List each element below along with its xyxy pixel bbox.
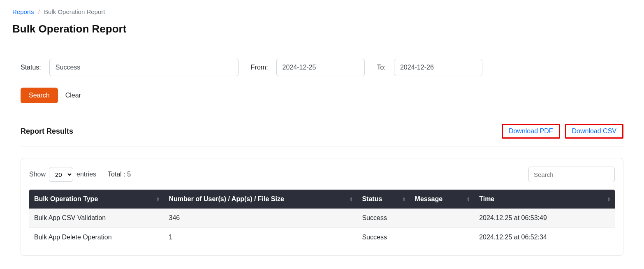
search-button[interactable]: Search xyxy=(21,88,58,103)
sort-icon: ▲▼ xyxy=(607,197,611,202)
table-card: Show 20 entries Total : 5 Bulk Operation… xyxy=(21,158,623,256)
col-status[interactable]: Status ▲▼ xyxy=(357,190,410,209)
to-date-input[interactable] xyxy=(394,59,482,76)
clear-button[interactable]: Clear xyxy=(65,92,81,99)
page-title: Bulk Operation Report xyxy=(12,23,632,35)
table-controls: Show 20 entries Total : 5 xyxy=(29,167,615,182)
filter-buttons: Search Clear xyxy=(12,88,632,103)
left-controls: Show 20 entries Total : 5 xyxy=(29,167,131,182)
show-entries: Show 20 entries xyxy=(29,167,96,182)
entries-select[interactable]: 20 xyxy=(49,167,73,182)
status-filter: Status: xyxy=(21,59,239,76)
col-operation-type[interactable]: Bulk Operation Type ▲▼ xyxy=(29,190,164,209)
results-divider xyxy=(21,146,623,146)
from-date-input[interactable] xyxy=(276,59,365,76)
breadcrumb-current: Bulk Operation Report xyxy=(44,8,105,15)
results-title: Report Results xyxy=(21,127,73,136)
filter-row: Status: From: To: xyxy=(12,59,632,76)
sort-icon: ▲▼ xyxy=(402,197,406,202)
sort-icon: ▲▼ xyxy=(466,197,470,202)
cell-time: 2024.12.25 at 06:52:34 xyxy=(474,228,615,247)
col-time[interactable]: Time ▲▼ xyxy=(474,190,615,209)
results-header: Report Results Download PDF Download CSV xyxy=(12,124,632,139)
sort-icon: ▲▼ xyxy=(156,197,160,202)
col-message[interactable]: Message ▲▼ xyxy=(410,190,475,209)
col-count[interactable]: Number of User(s) / App(s) / File Size ▲… xyxy=(164,190,357,209)
sort-icon: ▲▼ xyxy=(350,197,353,202)
breadcrumb-parent-link[interactable]: Reports xyxy=(12,8,34,15)
download-group: Download PDF Download CSV xyxy=(502,124,623,139)
entries-label: entries xyxy=(76,171,96,178)
download-csv-button[interactable]: Download CSV xyxy=(565,124,624,139)
cell-status: Success xyxy=(357,228,410,247)
to-filter: To: xyxy=(377,59,482,76)
breadcrumb-separator: / xyxy=(38,8,40,15)
from-label: From: xyxy=(251,64,268,71)
title-divider xyxy=(12,47,632,47)
status-label: Status: xyxy=(21,64,41,71)
results-table: Bulk Operation Type ▲▼ Number of User(s)… xyxy=(29,190,615,247)
cell-time: 2024.12.25 at 06:53:49 xyxy=(474,209,615,228)
cell-type: Bulk App CSV Validation xyxy=(29,209,164,228)
cell-type: Bulk App Delete Operation xyxy=(29,228,164,247)
from-filter: From: xyxy=(251,59,365,76)
table-search-input[interactable] xyxy=(528,167,615,182)
show-label: Show xyxy=(29,171,46,178)
cell-message xyxy=(410,228,475,247)
table-row: Bulk App CSV Validation 346 Success 2024… xyxy=(29,209,615,228)
cell-status: Success xyxy=(357,209,410,228)
download-pdf-button[interactable]: Download PDF xyxy=(502,124,560,139)
cell-count: 346 xyxy=(164,209,357,228)
status-input[interactable] xyxy=(49,59,239,76)
cell-count: 1 xyxy=(164,228,357,247)
breadcrumb: Reports / Bulk Operation Report xyxy=(12,8,632,15)
to-label: To: xyxy=(377,64,386,71)
cell-message xyxy=(410,209,475,228)
table-header-row: Bulk Operation Type ▲▼ Number of User(s)… xyxy=(29,190,615,209)
total-count: Total : 5 xyxy=(108,171,131,178)
table-row: Bulk App Delete Operation 1 Success 2024… xyxy=(29,228,615,247)
